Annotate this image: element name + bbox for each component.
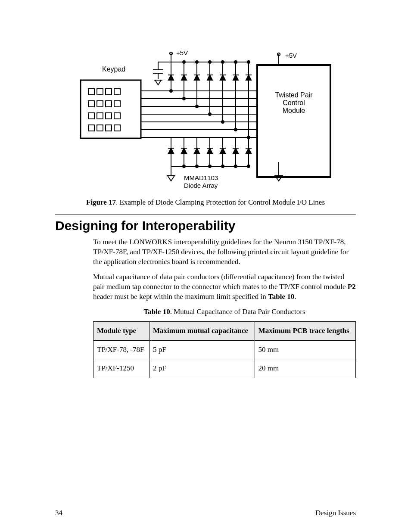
svg-marker-82 [233, 75, 238, 80]
svg-rect-13 [97, 125, 103, 131]
svg-point-95 [247, 165, 250, 168]
svg-marker-32 [155, 80, 161, 85]
label-5v-left: +5V [176, 49, 188, 56]
svg-point-59 [196, 165, 198, 168]
svg-point-50 [183, 165, 185, 168]
module-label-2: Control [283, 99, 305, 106]
svg-rect-5 [97, 101, 103, 107]
svg-point-72 [221, 61, 224, 63]
svg-point-66 [209, 113, 211, 115]
keypad-buttons [88, 89, 120, 131]
p2-b: P2 [348, 283, 356, 291]
svg-marker-60 [194, 148, 199, 153]
svg-marker-87 [233, 148, 238, 153]
svg-rect-12 [88, 125, 94, 131]
svg-marker-42 [168, 148, 174, 153]
p1-a: To meet the L [93, 238, 134, 246]
svg-point-81 [234, 61, 237, 63]
svg-marker-64 [207, 75, 212, 80]
svg-rect-9 [97, 113, 103, 119]
svg-rect-7 [114, 101, 120, 107]
th-module-type: Module type [93, 321, 149, 340]
section-heading: Designing for Interoperability [55, 218, 356, 233]
label-keypad: Keypad [102, 65, 125, 73]
svg-marker-46 [181, 75, 187, 80]
svg-point-45 [183, 61, 185, 63]
svg-marker-73 [220, 75, 225, 80]
bus-lines [141, 91, 257, 137]
p2-d: Table 10 [268, 292, 294, 301]
table-number: Table 10 [143, 308, 170, 316]
svg-rect-10 [106, 113, 112, 119]
cell: 5 pF [149, 340, 255, 359]
svg-rect-14 [106, 125, 112, 131]
module-label-1: Twisted Pair [275, 91, 313, 99]
svg-rect-2 [106, 89, 112, 95]
cell: TP/XF-1250 [93, 359, 149, 378]
svg-rect-11 [114, 113, 120, 119]
svg-marker-78 [220, 148, 225, 153]
svg-rect-4 [88, 101, 94, 107]
p1-c: W [145, 238, 152, 246]
cell: 50 mm [255, 340, 355, 359]
th-max-cap: Maximum mutual capacitance [149, 321, 255, 340]
page-number: 34 [55, 509, 62, 517]
table-caption: Table 10. Mutual Capacitance of Data Pai… [93, 307, 356, 317]
svg-point-63 [209, 61, 211, 63]
svg-rect-8 [88, 113, 94, 119]
svg-point-77 [221, 165, 224, 168]
table-row: TP/XF-78, -78F 5 pF 50 mm [93, 340, 356, 359]
paragraph-1: To meet the LONWORKS interoperability gu… [93, 237, 356, 267]
svg-point-54 [196, 61, 198, 63]
svg-marker-51 [181, 148, 187, 153]
table-header-row: Module type Maximum mutual capacitance M… [93, 321, 356, 340]
module-power: +5V [274, 52, 297, 181]
svg-rect-3 [114, 89, 120, 95]
table-caption-text: . Mutual Capacitance of Data Pair Conduc… [170, 308, 305, 316]
svg-rect-6 [106, 101, 112, 107]
diode-array: +5V [153, 49, 252, 181]
cell: TP/XF-78, -78F [93, 340, 149, 359]
page: Keypad Twisted Pair Control Module [0, 0, 411, 532]
svg-marker-55 [194, 75, 199, 80]
svg-point-84 [234, 128, 237, 131]
svg-rect-0 [88, 89, 94, 95]
svg-marker-96 [246, 148, 251, 153]
svg-marker-69 [207, 148, 212, 153]
p2-a: Mutual capacitance of data pair conducto… [93, 273, 348, 291]
diode-label-2: Diode Array [184, 182, 218, 189]
label-5v-right: +5V [285, 52, 297, 59]
footer-section: Design Issues [315, 509, 356, 517]
table-row: TP/XF-1250 2 pF 20 mm [93, 359, 356, 378]
svg-marker-91 [246, 75, 251, 80]
th-max-trace: Maximum PCB trace lengths [255, 321, 355, 340]
schematic-svg: Keypad Twisted Pair Control Module [76, 41, 335, 192]
p1-b: ON [134, 238, 145, 246]
table-10: Module type Maximum mutual capacitance M… [93, 321, 356, 379]
svg-point-57 [196, 105, 198, 108]
svg-point-40 [170, 90, 172, 92]
svg-marker-38 [168, 75, 174, 80]
svg-rect-1 [97, 89, 103, 95]
page-footer: 34 Design Issues [55, 509, 356, 517]
figure-number: Figure 17 [86, 198, 116, 206]
svg-point-86 [234, 165, 237, 168]
cell: 20 mm [255, 359, 355, 378]
svg-point-90 [247, 61, 250, 63]
control-module-box [257, 65, 330, 177]
p1-d: ORKS [152, 238, 172, 246]
svg-point-75 [221, 121, 224, 123]
p2-c: header must be kept within the maximum l… [93, 292, 268, 301]
svg-point-68 [209, 165, 211, 168]
figure-17: Keypad Twisted Pair Control Module [55, 41, 356, 207]
figure-caption-text: . Example of Diode Clamping Protection f… [116, 198, 325, 206]
section-rule [55, 215, 356, 215]
svg-point-48 [183, 97, 185, 100]
diode-label-1: MMAD1103 [184, 174, 218, 181]
paragraph-2: Mutual capacitance of data pair conducto… [93, 272, 356, 302]
svg-marker-36 [168, 176, 174, 181]
cell: 2 pF [149, 359, 255, 378]
body-text: To meet the LONWORKS interoperability gu… [93, 237, 356, 378]
svg-rect-15 [114, 125, 120, 131]
figure-caption: Figure 17. Example of Diode Clamping Pro… [55, 198, 356, 207]
